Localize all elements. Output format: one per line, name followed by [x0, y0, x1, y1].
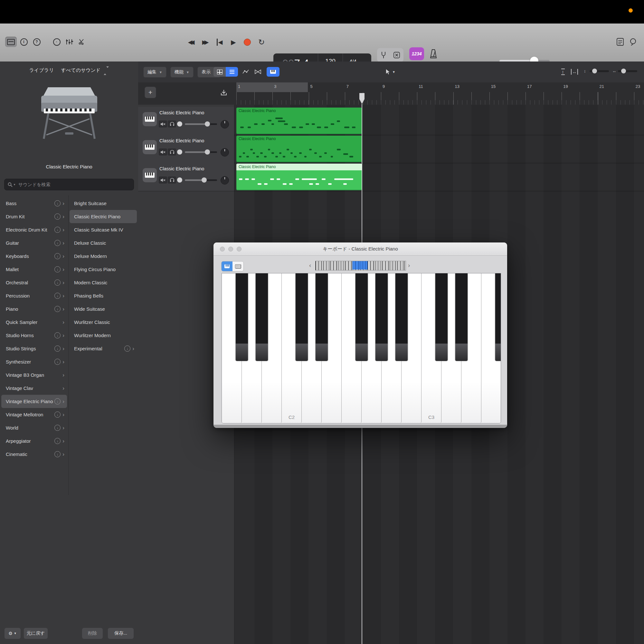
track-volume-slider[interactable]	[185, 151, 217, 153]
fit-horizontal-button[interactable]: ↔	[569, 67, 580, 77]
add-track-button[interactable]: +	[145, 87, 156, 98]
fast-forward-button[interactable]: ▶▶	[199, 37, 212, 48]
download-icon[interactable]: ↓	[54, 240, 61, 246]
black-key[interactable]	[316, 273, 328, 361]
patch-item[interactable]: Classic Suitcase Mk IV	[70, 223, 137, 236]
record-enable-button[interactable]	[177, 121, 182, 127]
category-item[interactable]: Electronic Drum Kit↓›	[1, 223, 67, 236]
track-volume-knob[interactable]	[202, 177, 207, 183]
save-button[interactable]: 保存...	[108, 628, 134, 639]
sort-toggle-icon[interactable]	[104, 68, 109, 73]
keyboard-window[interactable]: キーボード - Classic Electric Piano ‹ › C2C3	[213, 242, 507, 428]
track-volume-knob[interactable]	[205, 149, 210, 155]
fit-vertical-button[interactable]: ↕	[557, 67, 568, 77]
clear-display-icon[interactable]	[393, 52, 400, 58]
black-key[interactable]	[355, 273, 368, 361]
black-key[interactable]	[236, 273, 248, 361]
grid-view-button[interactable]	[213, 67, 226, 77]
record-enable-button[interactable]	[177, 149, 182, 155]
headphones-button[interactable]	[168, 120, 176, 128]
category-item[interactable]: Cinematic↓›	[1, 448, 67, 461]
library-action-menu-button[interactable]: ⚙▼	[4, 628, 21, 639]
track-header[interactable]: Classic Electric Piano	[138, 135, 234, 163]
keyboard-overview-strip[interactable]	[315, 261, 406, 270]
download-icon[interactable]: ↓	[54, 451, 61, 457]
download-icon[interactable]: ↓	[54, 425, 61, 431]
download-icon[interactable]: ↓	[54, 253, 61, 259]
quick-help-button[interactable]: ?	[31, 37, 43, 47]
category-item[interactable]: World↓›	[1, 421, 67, 434]
track-row[interactable]: Classic Electric PianoClassic Electric P…	[138, 163, 644, 191]
download-icon[interactable]: ↓	[124, 346, 130, 352]
category-item[interactable]: Drum Kit↓›	[1, 210, 67, 223]
category-item[interactable]: Vintage Clav›	[1, 382, 67, 395]
patch-item[interactable]: Classic Electric Piano	[70, 210, 137, 223]
black-key[interactable]	[455, 273, 468, 361]
editors-button[interactable]	[76, 37, 88, 47]
timeline-ruler[interactable]: 1357911131517192123	[138, 82, 644, 105]
download-icon[interactable]: ↓	[54, 293, 61, 299]
midi-region[interactable]: Classic Electric Piano	[236, 136, 362, 162]
download-icon[interactable]: ↓	[54, 398, 61, 404]
patch-item[interactable]: Phasing Bells	[70, 289, 137, 302]
mute-button[interactable]	[159, 148, 167, 156]
category-item[interactable]: Orchestral↓›	[1, 276, 67, 289]
category-item[interactable]: Keyboards↓›	[1, 250, 67, 263]
vertical-zoom-knob[interactable]	[592, 69, 597, 73]
pan-knob[interactable]	[221, 120, 229, 128]
overview-left-chevron[interactable]: ‹	[309, 262, 311, 269]
patch-item[interactable]: Flying Circus Piano	[70, 263, 137, 276]
track-volume-knob[interactable]	[205, 121, 210, 127]
library-toggle-button[interactable]	[5, 37, 17, 47]
pointer-tool-menu[interactable]: ▼	[385, 67, 395, 77]
go-to-beginning-button[interactable]: ◀	[213, 37, 226, 48]
crossfade-button[interactable]	[252, 67, 263, 77]
category-item[interactable]: Guitar↓›	[1, 236, 67, 250]
patch-item[interactable]: Deluxe Classic	[70, 236, 137, 250]
track-volume-slider[interactable]	[185, 179, 217, 181]
search-input[interactable]	[18, 182, 130, 187]
category-item[interactable]: Studio Strings↓›	[1, 342, 67, 355]
patch-item[interactable]: Bright Suitcase	[70, 197, 137, 210]
patch-item[interactable]: Experimental↓›	[70, 342, 137, 355]
piano-mode-button[interactable]	[222, 261, 232, 271]
horizontal-zoom-slider[interactable]	[618, 70, 637, 72]
track-volume-slider[interactable]	[185, 123, 217, 125]
patch-item[interactable]: Wide Suitcase	[70, 302, 137, 316]
musical-typing-button[interactable]	[267, 67, 279, 77]
black-key[interactable]	[256, 273, 268, 361]
download-icon[interactable]: ↓	[54, 346, 61, 352]
category-item[interactable]: Arpeggiator↓›	[1, 434, 67, 448]
download-icon[interactable]: ↓	[54, 412, 61, 418]
typing-mode-button[interactable]	[232, 261, 243, 271]
patch-item[interactable]: Deluxe Modern	[70, 250, 137, 263]
black-key[interactable]	[495, 273, 501, 361]
category-item[interactable]: Synthesizer↓›	[1, 355, 67, 368]
metronome-button[interactable]	[427, 47, 440, 60]
category-item[interactable]: Bass↓›	[1, 197, 67, 210]
info-button[interactable]: i	[18, 37, 30, 47]
category-item[interactable]: Piano↓›	[1, 302, 67, 316]
black-key[interactable]	[375, 273, 388, 361]
delete-button[interactable]: 削除	[82, 628, 103, 639]
overview-visible-range[interactable]	[352, 261, 368, 270]
arrange-menu-1[interactable]: 機能▼	[170, 67, 194, 78]
sound-search-field[interactable]: ▼	[4, 179, 134, 190]
count-in-button[interactable]: 1234	[409, 47, 424, 60]
headphones-button[interactable]	[168, 176, 176, 184]
overview-right-chevron[interactable]: ›	[408, 262, 410, 269]
category-item[interactable]: Vintage Mellotron↓›	[1, 408, 67, 421]
black-key[interactable]	[395, 273, 408, 361]
mute-button[interactable]	[159, 120, 167, 128]
note-pad-button[interactable]	[614, 37, 626, 47]
download-icon[interactable]: ↓	[54, 359, 61, 365]
download-icon[interactable]: ↓	[54, 266, 61, 272]
category-item[interactable]: Quick Sampler›	[1, 316, 67, 329]
smart-controls-button[interactable]: ·	[51, 37, 62, 47]
tuning-fork-icon[interactable]	[381, 52, 386, 59]
black-key[interactable]	[435, 273, 448, 361]
patch-item[interactable]: Wurlitzer Modern	[70, 329, 137, 342]
record-enable-button[interactable]	[177, 177, 182, 183]
mixer-button[interactable]	[63, 37, 75, 47]
track-row[interactable]: Classic Electric PianoClassic Electric P…	[138, 135, 644, 163]
